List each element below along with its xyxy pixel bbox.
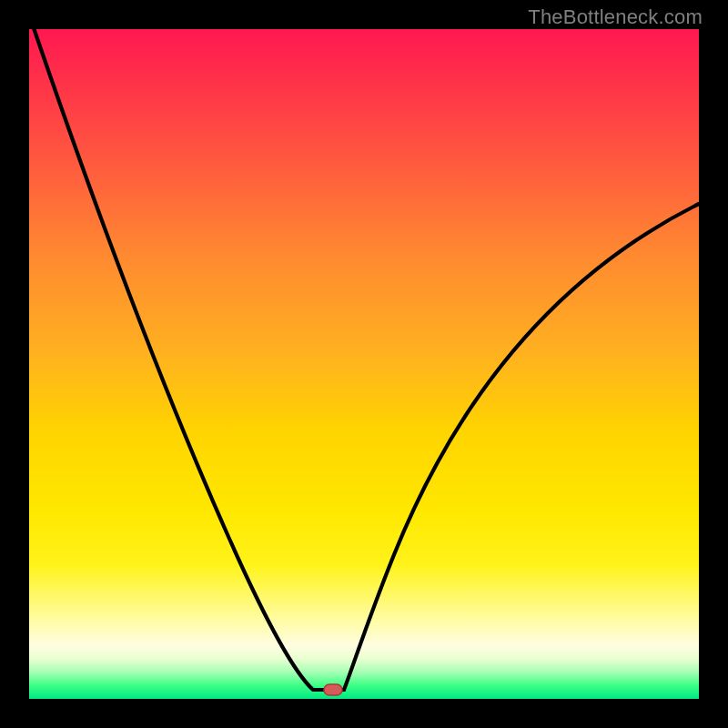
bottleneck-marker xyxy=(324,684,342,695)
curve-path xyxy=(31,20,699,690)
bottleneck-curve xyxy=(29,29,699,699)
chart-frame: TheBottleneck.com xyxy=(0,0,728,728)
attribution-label: TheBottleneck.com xyxy=(528,5,703,29)
plot-area xyxy=(29,29,699,699)
